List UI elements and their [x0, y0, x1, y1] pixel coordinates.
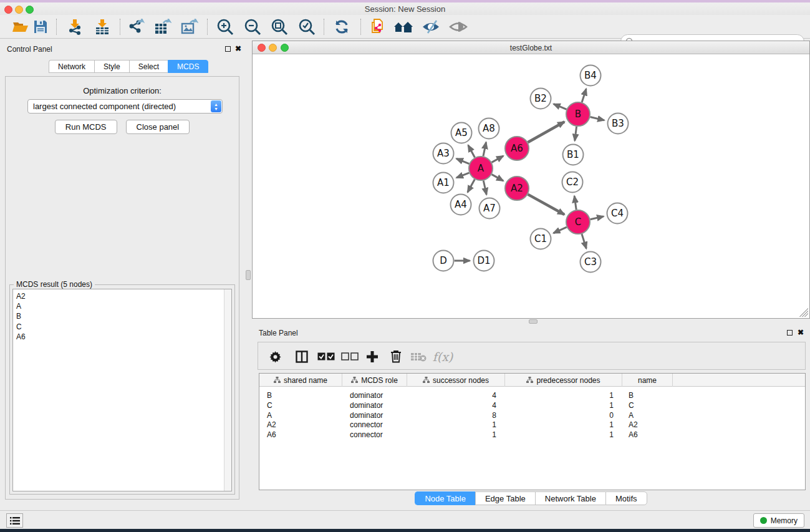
export-image-button[interactable] [179, 17, 200, 36]
network-graph[interactable]: B4B2BB3A8A5A6A3B1AA1C2A2A4A7C4CC1DD1C3 [253, 55, 809, 318]
open-file-button[interactable] [10, 17, 31, 36]
edge-B-B4[interactable] [582, 89, 586, 102]
delete-table-button[interactable] [408, 342, 429, 370]
edge-A-A4[interactable] [468, 180, 475, 193]
zoom-selected-button[interactable] [296, 17, 317, 36]
cell-name[interactable]: A [629, 410, 666, 420]
cell-shared-name[interactable]: C [267, 400, 329, 410]
tab-network-table[interactable]: Network Table [535, 491, 605, 505]
delete-rows-button[interactable] [387, 342, 405, 370]
refresh-button[interactable] [331, 17, 352, 36]
cell-successor-nodes[interactable]: 4 [413, 390, 496, 400]
cell-shared-name[interactable]: A [267, 410, 329, 420]
vertical-split-divider[interactable] [244, 41, 252, 510]
float-panel-icon[interactable] [787, 330, 793, 336]
edge-A-A5[interactable] [468, 145, 475, 158]
column-header-MCDS-role[interactable]: MCDS role [342, 374, 407, 387]
column-header-successor-nodes[interactable]: successor nodes [407, 374, 505, 387]
close-panel-icon[interactable]: ✖ [235, 44, 241, 53]
edge-C-C3[interactable] [582, 234, 586, 248]
tab-mcds[interactable]: MCDS [168, 60, 208, 73]
mcds-result-list[interactable]: A2ABCA6 [12, 289, 232, 491]
show-task-history-button[interactable] [6, 513, 23, 528]
tab-style[interactable]: Style [94, 60, 129, 73]
edge-A2-C[interactable] [528, 195, 565, 215]
insert-column-button[interactable] [293, 342, 311, 370]
edge-B-B2[interactable] [554, 104, 567, 110]
cell-predecessor-nodes[interactable]: 1 [511, 420, 614, 430]
edge-A-A6[interactable] [492, 156, 504, 162]
function-builder-button[interactable]: f(x) [430, 342, 455, 370]
edge-B-B1[interactable] [575, 127, 577, 141]
float-panel-icon[interactable] [225, 46, 231, 52]
cell-name[interactable]: A6 [629, 430, 666, 440]
cell-predecessor-nodes[interactable]: 0 [511, 410, 614, 420]
edge-B-B3[interactable] [590, 117, 604, 120]
divider-grip[interactable] [529, 319, 538, 324]
tab-node-table[interactable]: Node Table [415, 491, 475, 505]
cell-successor-nodes[interactable]: 4 [413, 400, 496, 410]
tab-motifs[interactable]: Motifs [605, 491, 647, 505]
edge-A-A8[interactable] [483, 142, 486, 156]
edge-A6-B[interactable] [528, 122, 564, 142]
cell-shared-name[interactable]: A6 [267, 430, 329, 440]
save-session-button[interactable] [30, 17, 51, 36]
tab-edge-table[interactable]: Edge Table [475, 491, 535, 505]
import-network-button[interactable] [64, 17, 85, 36]
show-all-networks-button[interactable] [393, 17, 414, 36]
network-canvas[interactable]: B4B2BB3A8A5A6A3B1AA1C2A2A4A7C4CC1DD1C3 [253, 55, 809, 318]
edge-C-C4[interactable] [591, 216, 604, 220]
show-graphics-details-button[interactable] [448, 17, 469, 36]
cell-successor-nodes[interactable]: 1 [413, 430, 496, 440]
select-all-button[interactable] [316, 342, 337, 370]
result-item[interactable]: A6 [16, 332, 231, 342]
tab-network[interactable]: Network [49, 60, 94, 73]
edge-A-A7[interactable] [483, 181, 486, 195]
edge-A-A1[interactable] [456, 173, 469, 178]
result-item[interactable]: C [16, 322, 231, 332]
tab-select[interactable]: Select [129, 60, 168, 73]
edge-C-C2[interactable] [574, 196, 576, 210]
cell-predecessor-nodes[interactable]: 1 [511, 390, 614, 400]
cell-name[interactable]: A2 [629, 420, 666, 430]
cell-predecessor-nodes[interactable]: 1 [511, 400, 614, 410]
zoom-fit-button[interactable] [269, 17, 290, 36]
cell-mcds-role[interactable]: dominator [350, 390, 412, 400]
divider-grip[interactable] [246, 270, 251, 280]
column-header-predecessor-nodes[interactable]: predecessor nodes [505, 374, 622, 387]
result-item[interactable]: B [16, 311, 231, 321]
result-item[interactable]: A [16, 301, 231, 311]
export-table-button[interactable] [152, 17, 173, 36]
cell-mcds-role[interactable]: dominator [350, 410, 412, 420]
result-list-scrollbar[interactable] [224, 289, 231, 491]
cell-shared-name[interactable]: B [267, 390, 329, 400]
edge-A-A2[interactable] [492, 175, 504, 181]
cell-name[interactable]: C [629, 400, 666, 410]
deselect-all-button[interactable] [339, 342, 360, 370]
window-resize-grip[interactable] [799, 308, 808, 317]
cell-predecessor-nodes[interactable]: 1 [511, 430, 614, 440]
column-header-shared-name[interactable]: shared name [259, 374, 342, 387]
table-settings-button[interactable] [267, 342, 284, 370]
run-mcds-button[interactable]: Run MCDS [55, 120, 117, 134]
import-table-button[interactable] [92, 17, 113, 36]
duplicate-network-button[interactable] [367, 17, 388, 36]
network-window-titlebar[interactable]: testGlobe.txt [253, 41, 809, 54]
add-row-button[interactable] [363, 342, 382, 370]
optimization-criterion-select[interactable]: largest connected component (directed) ▲… [27, 99, 223, 114]
edge-C-C1[interactable] [554, 227, 567, 233]
close-panel-icon[interactable]: ✖ [798, 328, 804, 337]
zoom-in-button[interactable] [215, 17, 236, 36]
cell-shared-name[interactable]: A2 [267, 420, 329, 430]
close-panel-button[interactable]: Close panel [126, 120, 190, 134]
edge-A-A3[interactable] [456, 158, 470, 163]
cell-mcds-role[interactable]: connector [350, 430, 412, 440]
cell-name[interactable]: B [629, 390, 666, 400]
zoom-out-button[interactable] [242, 17, 263, 36]
cell-successor-nodes[interactable]: 1 [413, 420, 496, 430]
result-item[interactable]: A2 [16, 291, 231, 301]
hide-graphics-details-button[interactable] [420, 17, 441, 36]
export-network-button[interactable] [125, 17, 147, 36]
cell-successor-nodes[interactable]: 8 [413, 410, 496, 420]
horizontal-split-divider[interactable] [252, 319, 810, 324]
